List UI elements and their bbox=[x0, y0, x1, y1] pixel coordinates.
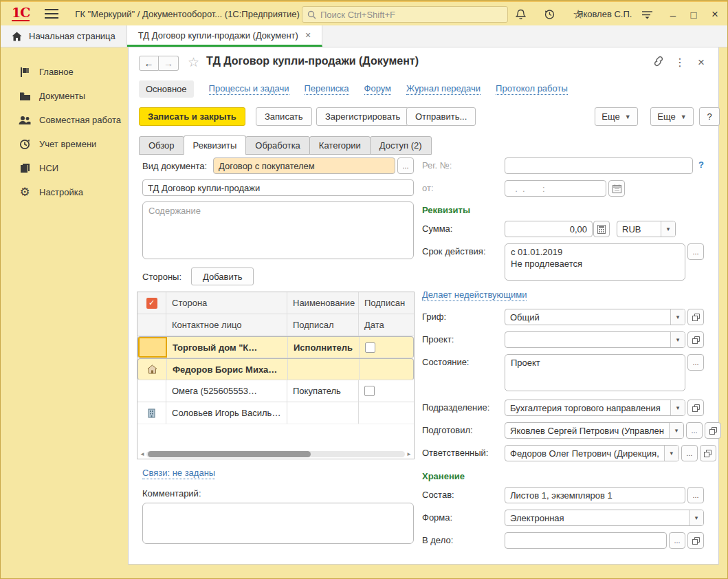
tab-home[interactable]: Начальная страница bbox=[1, 25, 127, 47]
col-date[interactable]: Дата bbox=[359, 314, 414, 336]
project-open-icon[interactable] bbox=[687, 331, 704, 348]
calculator-icon[interactable] bbox=[593, 221, 610, 237]
state-choose-button[interactable]: ... bbox=[687, 354, 704, 371]
reg-help-link[interactable]: ? bbox=[698, 157, 704, 170]
chevron-down-icon[interactable]: ▾ bbox=[669, 423, 683, 438]
scroll-left-icon[interactable]: ◄ bbox=[140, 451, 146, 457]
reg-number-field[interactable] bbox=[505, 157, 693, 174]
doc-name-input[interactable] bbox=[148, 183, 408, 193]
search-input[interactable] bbox=[320, 10, 503, 20]
chevron-down-icon[interactable]: ▾ bbox=[689, 510, 703, 525]
sidebar-item-documents[interactable]: Документы bbox=[1, 84, 128, 108]
term-choose-button[interactable]: ... bbox=[687, 243, 704, 260]
col-party[interactable]: Сторона bbox=[166, 292, 287, 314]
chevron-down-icon[interactable]: ▾ bbox=[664, 446, 679, 461]
send-button[interactable]: Отправить... bbox=[406, 107, 476, 126]
close-tab-icon[interactable]: × bbox=[305, 30, 311, 41]
composition-choose-button[interactable]: ... bbox=[687, 487, 704, 503]
responsible-select[interactable]: Федоров Олег Петрович (Дирекция, ▾ bbox=[505, 445, 679, 461]
content-textarea[interactable]: Содержание bbox=[142, 201, 414, 259]
table-horizontal-scrollbar[interactable]: ◄ ► bbox=[137, 449, 414, 459]
department-open-icon[interactable] bbox=[687, 400, 704, 416]
file-choose-button[interactable]: ... bbox=[669, 532, 685, 549]
sidebar-item-main[interactable]: Главное bbox=[1, 60, 128, 84]
reg-date-field[interactable] bbox=[505, 180, 606, 197]
doc-kind-choose-button[interactable]: ... bbox=[397, 157, 414, 174]
doc-kind-field[interactable]: Договор с покупателем bbox=[213, 157, 395, 174]
reg-date-input[interactable] bbox=[510, 184, 601, 194]
sidebar-item-collaboration[interactable]: Совместная работа bbox=[1, 108, 128, 132]
tab-processing[interactable]: Обработка bbox=[245, 136, 310, 155]
global-search[interactable] bbox=[302, 6, 508, 23]
nav-processes[interactable]: Процессы и задачи bbox=[209, 83, 289, 95]
save-button[interactable]: Записать bbox=[256, 107, 312, 126]
sidebar-item-time[interactable]: Учет времени bbox=[1, 132, 128, 156]
signed-checkbox[interactable] bbox=[365, 342, 375, 353]
signed-checkbox[interactable] bbox=[364, 386, 375, 396]
nav-transfer-log[interactable]: Журнал передачи bbox=[406, 83, 481, 95]
history-icon[interactable] bbox=[541, 7, 558, 22]
nav-correspondence[interactable]: Переписка bbox=[305, 83, 349, 95]
add-party-button[interactable]: Добавить bbox=[191, 267, 254, 285]
responsible-choose-button[interactable]: ... bbox=[681, 445, 698, 461]
copy-link-icon[interactable] bbox=[652, 56, 665, 67]
doc-name-field[interactable] bbox=[142, 179, 414, 196]
sum-field[interactable]: 0,00 bbox=[505, 221, 593, 237]
scroll-right-icon[interactable]: ► bbox=[405, 451, 412, 457]
col-contact[interactable]: Контактное лицо bbox=[166, 314, 287, 336]
main-menu-icon[interactable] bbox=[45, 6, 58, 21]
back-button[interactable]: ← bbox=[139, 56, 159, 71]
close-form-icon[interactable]: × bbox=[698, 56, 705, 69]
tab-categories[interactable]: Категории bbox=[309, 136, 371, 155]
service-menu-icon[interactable] bbox=[639, 7, 655, 22]
invalidates-link[interactable]: Делает недействующими bbox=[422, 290, 527, 301]
project-select[interactable]: ▾ bbox=[505, 331, 685, 348]
file-open-icon[interactable] bbox=[687, 532, 704, 549]
calendar-icon[interactable] bbox=[608, 180, 625, 197]
chevron-down-icon[interactable]: ▾ bbox=[670, 400, 685, 415]
save-close-button[interactable]: Записать и закрыть bbox=[139, 107, 245, 126]
nav-forum[interactable]: Форум bbox=[364, 83, 392, 95]
chevron-down-icon[interactable]: ▾ bbox=[661, 221, 675, 237]
scrollbar-thumb[interactable] bbox=[148, 451, 311, 457]
table-row[interactable]: Торговый дом "К… Исполнитель bbox=[137, 336, 414, 358]
maximize-button[interactable]: □ bbox=[685, 6, 703, 23]
tab-requisites[interactable]: Реквизиты bbox=[184, 135, 247, 155]
prepared-open-icon[interactable] bbox=[705, 422, 721, 439]
col-signer[interactable]: Подписал bbox=[287, 314, 359, 336]
grif-select[interactable]: Общий ▾ bbox=[505, 309, 685, 325]
forward-button[interactable]: → bbox=[159, 56, 179, 71]
nav-main[interactable]: Основное bbox=[139, 80, 194, 98]
help-button[interactable]: ? bbox=[699, 107, 720, 126]
state-field[interactable]: Проект bbox=[505, 354, 685, 391]
col-signed[interactable]: Подписан bbox=[359, 292, 414, 314]
col-name[interactable]: Наименование bbox=[287, 292, 359, 314]
composition-field[interactable]: Листов 1, экземпляров 1 bbox=[505, 487, 685, 503]
table-row[interactable]: Соловьев Игорь Василь… bbox=[137, 402, 414, 424]
tab-access[interactable]: Доступ (2) bbox=[370, 136, 432, 155]
grif-open-icon[interactable] bbox=[687, 309, 704, 325]
department-select[interactable]: Бухгалтерия торгового направления ▾ bbox=[505, 400, 685, 416]
sidebar-item-nsi[interactable]: НСИ bbox=[1, 156, 128, 180]
current-user[interactable]: Яковлев С.П. bbox=[577, 9, 632, 19]
favorite-star-icon[interactable]: ☆ bbox=[188, 54, 199, 70]
register-button[interactable]: Зарегистрировать bbox=[316, 107, 409, 126]
responsible-open-icon[interactable] bbox=[700, 445, 716, 461]
tab-overview[interactable]: Обзор bbox=[139, 136, 184, 155]
more-menu-icon[interactable]: ⋮ bbox=[674, 56, 685, 69]
tab-document[interactable]: ТД Договор купли-продажи (Документ) × bbox=[127, 25, 322, 47]
prepared-choose-button[interactable]: ... bbox=[686, 422, 703, 439]
chevron-down-icon[interactable]: ▾ bbox=[670, 332, 685, 347]
currency-select[interactable]: RUB ▾ bbox=[617, 221, 676, 237]
1c-logo-icon[interactable]: 1С bbox=[12, 6, 30, 21]
table-row[interactable]: Омега (525605553… Покупатель bbox=[137, 380, 414, 402]
prepared-select[interactable]: Яковлев Сергей Петрович (Управлен ▾ bbox=[505, 422, 684, 439]
notifications-bell-icon[interactable] bbox=[512, 7, 529, 22]
close-window-button[interactable]: × bbox=[706, 6, 724, 23]
more-button-1[interactable]: Еще▼ bbox=[595, 107, 638, 126]
nav-work-protocol[interactable]: Протокол работы bbox=[496, 83, 568, 95]
chevron-down-icon[interactable]: ▾ bbox=[670, 309, 685, 325]
table-row[interactable]: Федоров Борис Миха… bbox=[137, 358, 414, 380]
relations-link[interactable]: Связи: не заданы bbox=[142, 468, 215, 479]
comment-textarea[interactable] bbox=[142, 503, 414, 544]
